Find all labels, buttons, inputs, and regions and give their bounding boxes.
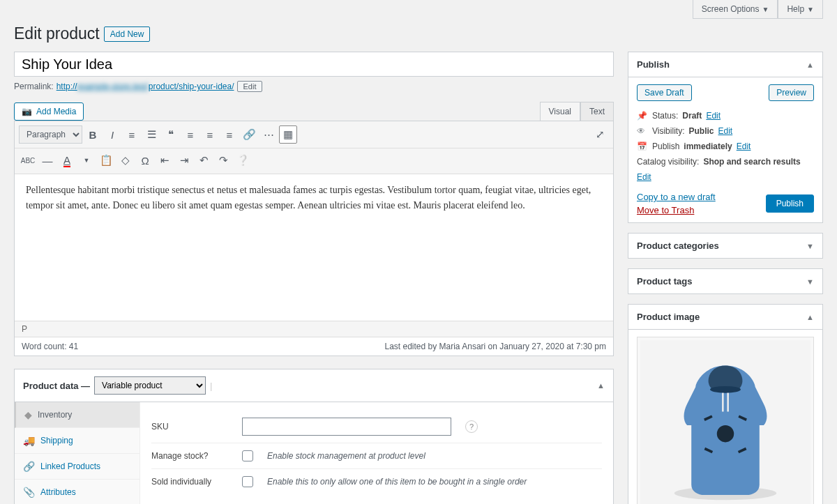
preview-button[interactable]: Preview bbox=[769, 84, 814, 101]
textcolor-button[interactable]: A bbox=[58, 151, 76, 169]
product-data-title: Product data — bbox=[23, 381, 90, 391]
special-char-button[interactable]: Ω bbox=[136, 151, 154, 169]
word-count: Word count: 41 bbox=[22, 342, 78, 351]
sold-individually-checkbox[interactable] bbox=[242, 476, 253, 487]
calendar-icon: 📅 bbox=[637, 142, 648, 151]
strikethrough-button[interactable]: ABC bbox=[19, 151, 37, 169]
bullet-list-button[interactable]: ≡ bbox=[123, 125, 141, 144]
editor-content[interactable]: Pellentesque habitant morbi tristique se… bbox=[15, 174, 613, 321]
save-draft-button[interactable]: Save Draft bbox=[637, 84, 692, 101]
svg-point-5 bbox=[717, 425, 734, 442]
product-data-toggle[interactable]: ▲ bbox=[597, 381, 605, 390]
editor-tab-visual[interactable]: Visual bbox=[540, 102, 580, 121]
italic-button[interactable]: I bbox=[103, 125, 121, 144]
tab-shipping[interactable]: 🚚Shipping bbox=[15, 428, 140, 454]
manage-stock-label: Manage stock? bbox=[151, 451, 228, 461]
quote-button[interactable]: ❝ bbox=[162, 125, 180, 144]
tab-linked[interactable]: 🔗Linked Products bbox=[15, 454, 140, 480]
eye-icon: 👁 bbox=[637, 126, 648, 136]
bold-button[interactable]: B bbox=[84, 125, 102, 144]
toolbar-toggle-button[interactable]: ▦ bbox=[279, 125, 297, 144]
publish-button[interactable]: Publish bbox=[766, 194, 814, 213]
categories-panel-head[interactable]: Product categories▼ bbox=[628, 234, 822, 258]
paste-button[interactable]: 📋 bbox=[97, 151, 115, 169]
align-left-button[interactable]: ≡ bbox=[181, 125, 199, 144]
tab-inventory[interactable]: ◆Inventory bbox=[15, 402, 140, 428]
outdent-button[interactable]: ⇤ bbox=[156, 151, 174, 169]
undo-button[interactable]: ↶ bbox=[195, 151, 213, 169]
publish-panel-head[interactable]: Publish▲ bbox=[628, 52, 822, 77]
edit-visibility-link[interactable]: Edit bbox=[718, 126, 732, 136]
chevron-down-icon: ▼ bbox=[806, 277, 814, 286]
editor-tab-text[interactable]: Text bbox=[580, 102, 614, 121]
svg-rect-3 bbox=[722, 393, 723, 412]
screen-options-button[interactable]: Screen Options▼ bbox=[693, 0, 778, 19]
product-title-input[interactable] bbox=[14, 52, 614, 77]
chevron-down-icon: ▼ bbox=[806, 242, 814, 250]
fullscreen-button[interactable]: ⤢ bbox=[591, 125, 609, 144]
sold-individually-label: Sold individually bbox=[151, 477, 228, 487]
shipping-icon: 🚚 bbox=[23, 435, 35, 446]
svg-point-2 bbox=[710, 386, 741, 393]
align-center-button[interactable]: ≡ bbox=[201, 125, 219, 144]
move-trash-link[interactable]: Move to Trash bbox=[637, 205, 716, 215]
permalink-link[interactable]: http://example-store.test/product/ship-y… bbox=[56, 82, 234, 91]
editor-path: P bbox=[15, 321, 613, 337]
indent-button[interactable]: ⇥ bbox=[175, 151, 193, 169]
link-icon: 🔗 bbox=[23, 461, 35, 472]
attributes-icon: 📎 bbox=[23, 487, 35, 498]
more-button[interactable]: ⋯ bbox=[259, 125, 278, 144]
add-media-button[interactable]: 📷Add Media bbox=[14, 102, 84, 121]
manage-stock-hint: Enable stock management at product level bbox=[267, 451, 425, 461]
edit-slug-button[interactable]: Edit bbox=[237, 81, 263, 92]
link-button[interactable]: 🔗 bbox=[240, 125, 258, 144]
sold-individually-hint: Enable this to only allow one of this it… bbox=[267, 477, 527, 487]
help-button[interactable]: Help▼ bbox=[778, 0, 823, 19]
svg-rect-4 bbox=[727, 393, 728, 412]
camera-icon: 📷 bbox=[22, 107, 32, 116]
edit-catalog-link[interactable]: Edit bbox=[637, 172, 651, 182]
chevron-up-icon: ▲ bbox=[806, 61, 814, 69]
permalink-row: Permalink: http://example-store.test/pro… bbox=[14, 81, 614, 92]
hr-button[interactable]: — bbox=[38, 151, 56, 169]
tags-panel-head[interactable]: Product tags▼ bbox=[628, 269, 822, 293]
tab-attributes[interactable]: 📎Attributes bbox=[15, 480, 140, 504]
manage-stock-checkbox[interactable] bbox=[242, 450, 253, 461]
add-new-button[interactable]: Add New bbox=[104, 26, 151, 42]
chevron-up-icon: ▲ bbox=[806, 313, 814, 321]
textcolor-drop-button[interactable]: ▼ bbox=[77, 151, 96, 169]
help-icon[interactable]: ? bbox=[465, 420, 478, 433]
redo-button[interactable]: ↷ bbox=[214, 151, 232, 169]
inventory-icon: ◆ bbox=[24, 409, 32, 420]
copy-draft-link[interactable]: Copy to a new draft bbox=[637, 192, 716, 202]
product-type-select[interactable]: Variable product bbox=[94, 376, 206, 395]
editor-container: Paragraph B I ≡ ☰ ❝ ≡ ≡ ≡ 🔗 ⋯ ▦ ⤢ bbox=[14, 121, 614, 356]
edit-date-link[interactable]: Edit bbox=[737, 142, 751, 151]
pin-icon: 📌 bbox=[637, 111, 648, 121]
clear-format-button[interactable]: ◇ bbox=[116, 151, 135, 169]
last-edited: Last edited by Maria Ansari on January 2… bbox=[384, 342, 606, 351]
help-icon-button[interactable]: ❔ bbox=[234, 151, 252, 169]
image-panel-head[interactable]: Product image▲ bbox=[628, 305, 822, 330]
format-select[interactable]: Paragraph bbox=[19, 125, 82, 144]
page-title: Edit product bbox=[14, 24, 100, 43]
product-image-thumbnail[interactable] bbox=[637, 337, 814, 504]
sku-input[interactable] bbox=[242, 418, 451, 436]
edit-status-link[interactable]: Edit bbox=[706, 111, 721, 121]
align-right-button[interactable]: ≡ bbox=[220, 125, 239, 144]
sku-label: SKU bbox=[151, 422, 228, 432]
number-list-button[interactable]: ☰ bbox=[142, 125, 160, 144]
